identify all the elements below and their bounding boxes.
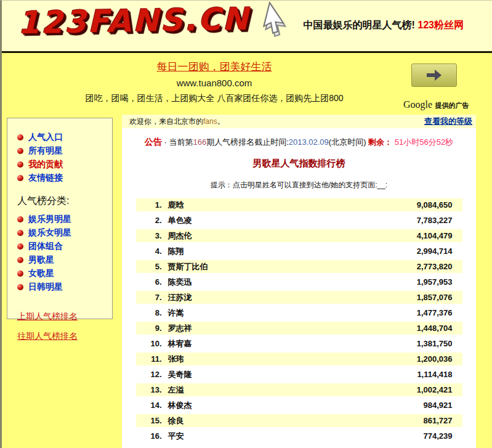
star-name-link[interactable]: 左溢	[168, 385, 184, 396]
announcement-separator: ·	[162, 137, 169, 147]
star-name-link[interactable]: 汪苏泷	[168, 292, 192, 303]
hint-text: 提示：点击明星姓名可以直接到达他/她的支持页面:__:	[122, 180, 476, 190]
ad-headline-link[interactable]: 每日一团购，团美好生活	[2, 60, 427, 74]
star-name-link[interactable]: 许嵩	[168, 307, 184, 319]
popularity-value: 1,200,036	[417, 354, 453, 364]
countdown-value: 51小时56分52秒	[395, 137, 453, 147]
welcome-text: 欢迎你，来自北京市的	[129, 117, 203, 126]
ranking-row: 3. 周杰伦 4,104,479	[136, 229, 462, 242]
sidebar-category-label: 男歌星	[28, 255, 54, 266]
issue-number: 166	[193, 137, 206, 147]
star-name-link[interactable]: 周杰伦	[168, 230, 192, 242]
popularity-value: 1,448,704	[417, 324, 453, 333]
star-name-link[interactable]: 吴奇隆	[168, 369, 192, 380]
google-ads-badge[interactable]: Google 提供的广告	[403, 99, 465, 110]
bullet-ball-icon	[17, 216, 23, 222]
sidebar-category-item[interactable]: 男歌星	[17, 253, 112, 267]
sidebar-item-label: 我的贡献	[28, 159, 63, 170]
star-name-link[interactable]: 林俊杰	[168, 400, 192, 411]
site-logo-text: 123FANS.CN	[18, 1, 251, 41]
previous-ranking-link[interactable]: 上期人气榜排名	[17, 311, 112, 322]
sidebar-item[interactable]: 友情链接	[17, 171, 112, 185]
ranking-row: 4. 陈翔 2,994,714	[136, 245, 462, 258]
popularity-value: 1,477,376	[417, 308, 453, 317]
star-name-link[interactable]: 徐良	[168, 415, 184, 426]
sidebar-category-item[interactable]: 女歌星	[17, 267, 112, 280]
popularity-value: 2,773,820	[417, 262, 453, 271]
star-name-link[interactable]: 单色凌	[168, 215, 192, 226]
rank-number: 13.	[146, 385, 162, 394]
star-name-link[interactable]: 平安	[168, 431, 184, 442]
ranking-table: 1. 鹿晗 9,084,650 2. 单色凌 7,783,227 3. 周杰伦 …	[136, 198, 462, 442]
ad-next-button[interactable]	[411, 63, 457, 87]
sidebar-main-links: 人气入口 所有明星 我的贡献 友情链接	[17, 131, 112, 185]
google-logo: Google	[403, 99, 432, 110]
ranking-row: 14. 林俊杰 984,921	[136, 399, 462, 412]
bullet-ball-icon	[17, 175, 23, 181]
bullet-ball-icon	[17, 230, 23, 236]
sidebar-item-label: 人气入口	[28, 132, 63, 143]
sidebar-category-label: 娱乐女明星	[28, 227, 71, 238]
ranking-row: 11. 张玮 1,200,036	[136, 352, 462, 365]
sidebar-item[interactable]: 我的贡献	[17, 158, 112, 171]
sidebar-category-item[interactable]: 娱乐女明星	[17, 226, 112, 240]
sidebar-item[interactable]: 所有明星	[17, 144, 112, 158]
rank-number: 9.	[146, 324, 162, 333]
star-name-link[interactable]: 陈奕迅	[168, 277, 192, 288]
star-name-link[interactable]: 陈翔	[168, 246, 184, 257]
rank-number: 14.	[146, 401, 162, 410]
deadline-date: 2013.02.09	[289, 137, 329, 147]
sidebar-category-item[interactable]: 娱乐男明星	[17, 213, 112, 226]
rank-number: 10.	[146, 339, 162, 348]
welcome-bar: 欢迎你，来自北京市的fans。 查看我的等级	[122, 115, 476, 128]
rank-number: 8.	[146, 308, 162, 317]
popularity-value: 1,857,076	[417, 293, 453, 302]
sidebar-item-label: 所有明星	[28, 145, 63, 157]
sidebar-category-label: 女歌星	[28, 268, 54, 279]
ranking-row: 8. 许嵩 1,477,376	[136, 306, 462, 319]
rank-number: 11.	[146, 354, 162, 364]
main-panel: 欢迎你，来自北京市的fans。 查看我的等级 公告 · 当前第166期人气榜排名…	[122, 115, 476, 448]
ranking-row: 12. 吴奇隆 1,114,418	[136, 368, 462, 381]
star-name-link[interactable]: 罗志祥	[168, 323, 192, 334]
site-logo[interactable]: 123FANS.CN	[18, 3, 287, 39]
star-name-link[interactable]: 鹿晗	[168, 200, 184, 211]
rank-number: 6.	[146, 277, 162, 287]
sidebar-category-item[interactable]: 团体组合	[17, 240, 112, 253]
sidebar-category-label: 团体组合	[28, 241, 63, 252]
ranking-row: 13. 左溢 1,002,421	[136, 383, 462, 396]
sidebar: 人气入口 所有明星 我的贡献 友情链接	[2, 115, 122, 448]
popularity-value: 7,783,227	[417, 216, 453, 225]
bullet-ball-icon	[17, 243, 23, 250]
site-header: 123FANS.CN 中国最娱乐的明星人气榜! 123粉丝网	[2, 1, 492, 51]
rank-number: 2.	[146, 216, 162, 225]
star-name-link[interactable]: 张玮	[168, 354, 184, 365]
past-ranking-link[interactable]: 往期人气榜排名	[17, 331, 112, 342]
ranking-row: 7. 汪苏泷 1,857,076	[136, 291, 462, 304]
sidebar-item[interactable]: 人气入口	[17, 131, 112, 144]
content-area: 人气入口 所有明星 我的贡献 友情链接	[2, 115, 492, 448]
rank-number: 4.	[146, 246, 162, 256]
bullet-ball-icon	[17, 134, 23, 141]
popularity-value: 774,239	[424, 431, 453, 441]
popularity-value: 1,381,750	[417, 339, 453, 348]
star-name-link[interactable]: 贾斯丁比伯	[168, 261, 208, 272]
rank-number: 15.	[146, 416, 162, 425]
welcome-suffix: 。	[217, 117, 225, 126]
welcome-fans-word: fans	[203, 117, 217, 126]
rank-number: 5.	[146, 262, 162, 271]
tagline-black: 中国最娱乐的明星人气榜!	[304, 20, 415, 30]
sidebar-category-item[interactable]: 日韩明星	[17, 280, 112, 294]
ranking-row: 6. 陈奕迅 1,957,953	[136, 275, 462, 288]
sidebar-category-label: 娱乐男明星	[28, 214, 71, 225]
bullet-ball-icon	[17, 271, 23, 277]
popularity-value: 984,921	[424, 401, 453, 410]
ranking-row: 16. 平安 774,239	[136, 430, 462, 442]
right-arrow-icon	[425, 68, 443, 82]
star-name-link[interactable]: 林宥嘉	[168, 338, 192, 349]
ad-right-module: Google 提供的广告	[403, 63, 465, 110]
category-heading: 人气榜分类:	[17, 195, 112, 208]
rank-number: 16.	[146, 431, 162, 441]
sidebar-item-label: 友情链接	[28, 173, 63, 184]
view-level-link[interactable]: 查看我的等级	[424, 115, 472, 128]
